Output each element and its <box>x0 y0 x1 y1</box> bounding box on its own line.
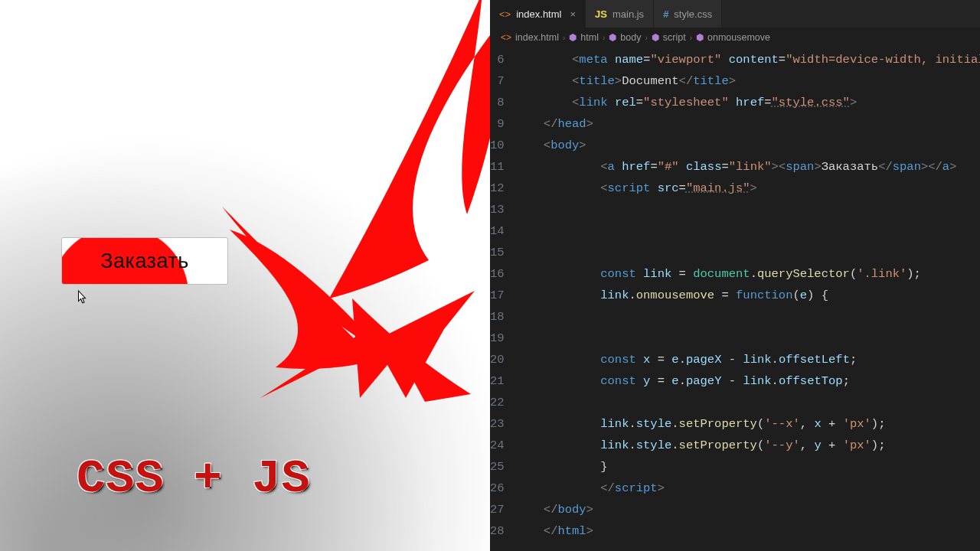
line-number: 19 <box>490 328 505 349</box>
pointer-cursor-icon <box>75 289 89 310</box>
line-number: 20 <box>490 349 505 370</box>
js-file-icon: JS <box>595 8 607 20</box>
cube-icon: ⬢ <box>609 32 616 43</box>
line-number: 23 <box>490 413 505 435</box>
line-number: 15 <box>490 242 505 263</box>
line-number: 18 <box>490 306 505 328</box>
tab-label: main.js <box>612 8 644 20</box>
line-number: 27 <box>490 499 505 520</box>
chevron-right-icon: › <box>563 34 565 42</box>
line-number: 9 <box>490 113 505 135</box>
line-number: 25 <box>490 456 505 478</box>
line-number: 28 <box>490 520 505 542</box>
tab-style-css[interactable]: #style.css <box>654 0 722 28</box>
line-number: 6 <box>490 49 505 70</box>
code-line[interactable]: <body> <box>515 135 980 156</box>
line-number: 22 <box>490 392 505 413</box>
code-line[interactable]: </body> <box>515 499 980 520</box>
code-line[interactable]: <script src="main.js"> <box>515 178 980 199</box>
brush-arrow-icon <box>122 0 490 459</box>
code-line[interactable]: <a href="#" class="link"><span>Заказать<… <box>515 156 980 178</box>
line-number: 13 <box>490 199 505 220</box>
code-line[interactable]: const x = e.pageX - link.offsetLeft; <box>515 349 980 370</box>
tab-label: index.html <box>516 8 561 20</box>
line-number: 11 <box>490 156 505 178</box>
chevron-right-icon: › <box>603 34 605 42</box>
line-number: 14 <box>490 220 505 242</box>
code-area[interactable]: <meta name="viewport" content="width=dev… <box>515 47 980 551</box>
breadcrumb-part[interactable]: onmousemove <box>707 32 770 43</box>
line-number: 21 <box>490 370 505 392</box>
code-line[interactable] <box>515 220 980 242</box>
code-editor: <>index.html×JSmain.js#style.css <> inde… <box>490 0 980 551</box>
line-gutter: 6789101112131415161718192021222324252627… <box>490 47 515 551</box>
code-line[interactable]: const link = document.querySelector('.li… <box>515 263 980 285</box>
breadcrumb-part[interactable]: body <box>620 32 641 43</box>
css-file-icon: # <box>663 8 668 20</box>
tab-index-html[interactable]: <>index.html× <box>490 0 586 28</box>
code-line[interactable]: link.onmousemove = function(e) { <box>515 285 980 306</box>
code-line[interactable] <box>515 242 980 263</box>
cube-icon: ⬢ <box>696 32 704 43</box>
tab-bar: <>index.html×JSmain.js#style.css <box>490 0 980 28</box>
breadcrumb-part[interactable]: script <box>663 32 686 43</box>
chevron-right-icon: › <box>645 34 647 42</box>
code-line[interactable]: <link rel="stylesheet" href="style.css"> <box>515 92 980 113</box>
code-line[interactable]: } <box>515 456 980 478</box>
html-file-icon: <> <box>501 32 511 43</box>
code-line[interactable] <box>515 199 980 220</box>
code-line[interactable]: </script> <box>515 478 980 499</box>
code-line[interactable]: link.style.setProperty('--y', y + 'px'); <box>515 435 980 456</box>
close-icon[interactable]: × <box>570 8 576 20</box>
line-number: 24 <box>490 435 505 456</box>
order-button-label: Заказать <box>100 249 189 273</box>
breadcrumb-part[interactable]: html <box>580 32 599 43</box>
headline-text: CSS + JS <box>77 452 311 506</box>
line-number: 17 <box>490 285 505 306</box>
line-number: 7 <box>490 70 505 92</box>
preview-pane: Заказать CSS + JS <box>0 0 490 551</box>
code-line[interactable] <box>515 306 980 328</box>
code-line[interactable]: </head> <box>515 113 980 135</box>
code-line[interactable]: <meta name="viewport" content="width=dev… <box>515 49 980 70</box>
cube-icon: ⬢ <box>569 32 577 43</box>
line-number: 26 <box>490 478 505 499</box>
line-number: 8 <box>490 92 505 113</box>
code-line[interactable]: <title>Document</title> <box>515 70 980 92</box>
tab-label: style.css <box>674 8 712 20</box>
line-number: 12 <box>490 178 505 199</box>
tab-main-js[interactable]: JSmain.js <box>586 0 654 28</box>
order-button[interactable]: Заказать <box>61 237 228 285</box>
code-line[interactable] <box>515 328 980 349</box>
breadcrumb[interactable]: <> index.html › ⬢ html › ⬢ body › ⬢ scri… <box>490 28 980 47</box>
chevron-right-icon: › <box>690 34 692 42</box>
line-number: 16 <box>490 263 505 285</box>
code-line[interactable]: link.style.setProperty('--x', x + 'px'); <box>515 413 980 435</box>
cube-icon: ⬢ <box>652 32 659 43</box>
code-line[interactable]: </html> <box>515 520 980 542</box>
line-number: 10 <box>490 135 505 156</box>
code-line[interactable]: const y = e.pageY - link.offsetTop; <box>515 370 980 392</box>
breadcrumb-file[interactable]: index.html <box>515 32 559 43</box>
editor-body: 6789101112131415161718192021222324252627… <box>490 47 980 551</box>
code-line[interactable] <box>515 392 980 413</box>
html-file-icon: <> <box>499 8 511 20</box>
